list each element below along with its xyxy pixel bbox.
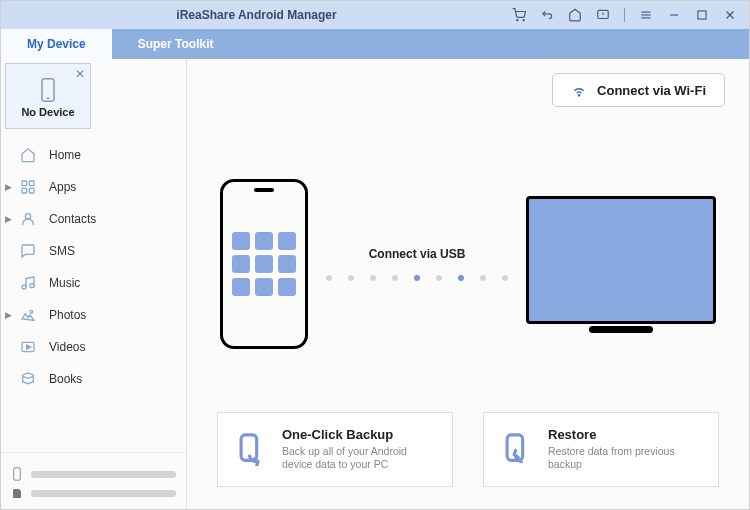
- sidebar-item-home[interactable]: Home: [1, 139, 186, 171]
- sidebar-item-label: SMS: [49, 244, 75, 258]
- sidebar-item-contacts[interactable]: ▶Contacts: [1, 203, 186, 235]
- sidebar-item-videos[interactable]: Videos: [1, 331, 186, 363]
- sidebar-item-sms[interactable]: SMS: [1, 235, 186, 267]
- svg-point-16: [25, 214, 30, 219]
- svg-rect-7: [698, 11, 706, 19]
- storage-bar: [31, 471, 176, 478]
- chevron-right-icon: ▶: [5, 310, 12, 320]
- tabbar: My Device Super Toolkit: [1, 29, 749, 59]
- separator: [624, 8, 625, 22]
- sidebar-item-label: Contacts: [49, 212, 96, 226]
- content-area: Connect via Wi-Fi Connect via USB: [187, 59, 749, 509]
- sidebar-item-label: Photos: [49, 308, 86, 322]
- sidebar-item-label: Music: [49, 276, 80, 290]
- chevron-right-icon: ▶: [5, 214, 12, 224]
- back-icon[interactable]: [540, 8, 554, 22]
- svg-marker-21: [27, 345, 31, 349]
- svg-rect-15: [29, 188, 34, 193]
- sidebar-item-apps[interactable]: ▶Apps: [1, 171, 186, 203]
- contacts-icon: [19, 210, 37, 228]
- wifi-button-label: Connect via Wi-Fi: [597, 83, 706, 98]
- sidebar-item-label: Home: [49, 148, 81, 162]
- feedback-icon[interactable]: [596, 8, 610, 22]
- action-cards: One-Click Backup Back up all of your And…: [211, 412, 725, 491]
- sms-icon: [19, 242, 37, 260]
- phone-illustration: [220, 179, 308, 349]
- music-icon: [19, 274, 37, 292]
- svg-point-23: [578, 95, 579, 96]
- connect-wifi-button[interactable]: Connect via Wi-Fi: [552, 73, 725, 107]
- phone-storage-icon: [11, 467, 23, 481]
- close-icon[interactable]: [723, 8, 737, 22]
- storage-sd: [11, 487, 176, 499]
- home-icon: [19, 146, 37, 164]
- sidebar-item-label: Apps: [49, 180, 76, 194]
- window-controls: [512, 8, 749, 22]
- backup-icon: [234, 432, 268, 466]
- books-icon: [19, 370, 37, 388]
- cart-icon[interactable]: [512, 8, 526, 22]
- monitor-illustration: [526, 196, 716, 333]
- svg-point-0: [517, 20, 518, 21]
- chevron-right-icon: ▶: [5, 182, 12, 192]
- illustration: Connect via USB: [211, 117, 725, 412]
- svg-point-17: [22, 285, 26, 289]
- connection-indicator: Connect via USB: [326, 247, 508, 281]
- connection-dots: [326, 275, 508, 281]
- sidebar: ✕ No Device Home▶Apps▶ContactsSMSMusic▶P…: [1, 59, 187, 509]
- svg-rect-13: [29, 181, 34, 186]
- svg-rect-14: [22, 188, 27, 193]
- apps-icon: [19, 178, 37, 196]
- storage-panel: [1, 452, 186, 509]
- backup-subtitle: Back up all of your Android device data …: [282, 445, 436, 472]
- sidebar-item-photos[interactable]: ▶Photos: [1, 299, 186, 331]
- sidebar-item-label: Books: [49, 372, 82, 386]
- maximize-icon[interactable]: [695, 8, 709, 22]
- sd-storage-icon: [11, 487, 23, 499]
- minimize-icon[interactable]: [667, 8, 681, 22]
- connect-label: Connect via USB: [369, 247, 466, 261]
- sidebar-item-music[interactable]: Music: [1, 267, 186, 299]
- sidebar-list: Home▶Apps▶ContactsSMSMusic▶PhotosVideosB…: [1, 129, 186, 452]
- storage-bar: [31, 490, 176, 497]
- restore-card[interactable]: Restore Restore data from previous backu…: [483, 412, 719, 487]
- wifi-icon: [571, 82, 587, 98]
- sidebar-item-books[interactable]: Books: [1, 363, 186, 395]
- sidebar-item-label: Videos: [49, 340, 85, 354]
- svg-point-18: [30, 284, 34, 288]
- app-grid-icon: [232, 232, 296, 296]
- menu-icon[interactable]: [639, 8, 653, 22]
- photos-icon: [19, 306, 37, 324]
- tab-super-toolkit[interactable]: Super Toolkit: [112, 29, 240, 59]
- device-slot[interactable]: ✕ No Device: [5, 63, 91, 129]
- backup-title: One-Click Backup: [282, 427, 436, 442]
- app-title: iReaShare Android Manager: [1, 8, 512, 22]
- device-label: No Device: [21, 106, 74, 118]
- phone-icon: [39, 77, 57, 103]
- close-device-icon[interactable]: ✕: [75, 67, 85, 81]
- svg-rect-12: [22, 181, 27, 186]
- videos-icon: [19, 338, 37, 356]
- restore-title: Restore: [548, 427, 702, 442]
- home-icon[interactable]: [568, 8, 582, 22]
- restore-subtitle: Restore data from previous backup: [548, 445, 702, 472]
- svg-point-1: [523, 20, 524, 21]
- tab-my-device[interactable]: My Device: [1, 29, 112, 59]
- svg-point-19: [30, 310, 33, 313]
- titlebar: iReaShare Android Manager: [1, 1, 749, 29]
- storage-internal: [11, 467, 176, 481]
- svg-rect-22: [14, 468, 21, 480]
- restore-icon: [500, 432, 534, 466]
- backup-card[interactable]: One-Click Backup Back up all of your And…: [217, 412, 453, 487]
